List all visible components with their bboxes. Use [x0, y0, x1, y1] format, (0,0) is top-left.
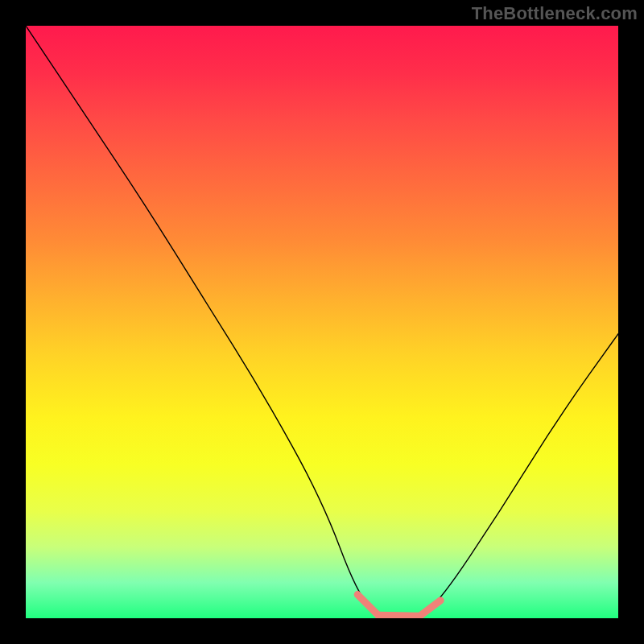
- plot-area: [26, 26, 618, 618]
- highlight-left-slope: [357, 595, 378, 616]
- chart-frame: TheBottleneck.com: [0, 0, 644, 644]
- curve-svg: [26, 26, 618, 618]
- bottleneck-curve: [26, 26, 618, 618]
- highlight-flat: [378, 615, 420, 616]
- highlight-right-slope: [419, 601, 440, 616]
- watermark-text: TheBottleneck.com: [472, 3, 638, 24]
